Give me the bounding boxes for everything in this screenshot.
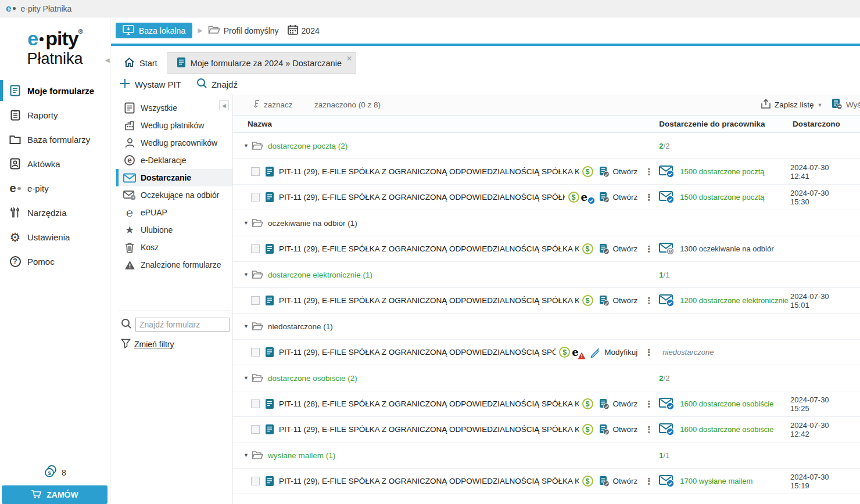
row-menu-icon[interactable]: ⋮ [644, 399, 653, 408]
filter-list: WszystkieWedług płatnikówWedług pracowni… [116, 95, 232, 273]
open-action-button[interactable]: Otwórz [599, 295, 638, 307]
row-menu-icon[interactable]: ⋮ [644, 425, 653, 434]
modify-action-button[interactable]: Modyfikuj [590, 347, 637, 358]
sidebar-item-akt-wka[interactable]: Aktówka [0, 152, 110, 176]
filter-item-dostarczanie[interactable]: Dostarczanie [116, 169, 232, 186]
group-row[interactable]: ▼dostarczone pocztą (2)2/2 [233, 133, 860, 159]
send-button[interactable]: Wyślij [832, 95, 860, 115]
tab-current[interactable]: Moje formularze za 2024 » Dostarczanie ✕ [167, 52, 356, 74]
column-delivered[interactable]: Dostarczono [790, 120, 860, 128]
tab-start[interactable]: Start [114, 52, 167, 74]
sidebar-item-narz-dzia[interactable]: Narzędzia [0, 200, 110, 225]
group-expander-icon[interactable]: ▼ [243, 220, 252, 226]
filter-item-wed-ug-pracownik-w[interactable]: Według pracowników [116, 134, 232, 152]
delivered-envelope-icon [659, 423, 675, 436]
group-expander-icon[interactable]: ▼ [243, 375, 252, 381]
row-checkbox[interactable] [251, 477, 260, 485]
group-row[interactable]: ▼niedostarczone (1) [233, 314, 860, 340]
row-menu-icon[interactable]: ⋮ [644, 244, 653, 253]
open-action-button[interactable]: Otwórz [599, 476, 638, 487]
group-row[interactable]: ▼oczekiwanie na odbiór (1) [233, 210, 860, 236]
group-label: oczekiwanie na odbiór (1) [268, 219, 357, 228]
save-list-button[interactable]: Zapisz listę ▼ [761, 95, 822, 115]
filter-item-ulubione[interactable]: ★Ulubione [116, 221, 232, 239]
open-action-button[interactable]: Otwórz [599, 398, 638, 410]
help-icon: ? [8, 254, 22, 268]
breadcrumb-profile[interactable]: Profil domyślny [208, 25, 279, 36]
document-icon [177, 57, 186, 70]
sidebar-item-baza-formularzy[interactable]: Baza formularzy [0, 127, 110, 152]
group-expander-icon[interactable]: ▼ [243, 272, 252, 278]
row-checkbox[interactable] [251, 296, 260, 305]
row-menu-icon[interactable]: ⋮ [644, 296, 653, 305]
row-checkbox[interactable] [251, 425, 260, 434]
form-row[interactable]: PIT-11 (29), E-FILE SPÓŁKA Z OGRANICZONĄ… [233, 469, 860, 494]
report-icon [8, 108, 22, 122]
filter-item-wed-ug-p-atnik-w[interactable]: Według płatników [116, 117, 232, 134]
cart-icon [31, 489, 42, 501]
filter-item-epuap[interactable]: ℮ePUAP [116, 204, 232, 221]
star-icon: ★ [123, 224, 136, 236]
open-action-button[interactable]: Otwórz [599, 243, 638, 255]
filter-item-label: Kosz [141, 243, 159, 252]
column-delivery[interactable]: Dostarczenie do pracownika [657, 120, 790, 128]
group-folder-icon [252, 270, 263, 279]
sidebar-item-e-pity[interactable]: ee-pity [0, 176, 110, 200]
group-row[interactable]: ▼dostarczone osobiście (2)2/2 [233, 365, 860, 391]
filter-item-znalezione-formularze[interactable]: Znalezione formularze [116, 256, 232, 273]
gear-icon: ⚙ [8, 230, 22, 244]
sidebar-collapse-icon[interactable]: ◀ [105, 57, 110, 63]
group-expander-icon[interactable]: ▼ [243, 452, 252, 458]
row-checkbox[interactable] [251, 348, 260, 357]
form-row[interactable]: PIT-11 (28), E-FILE SPÓŁKA Z OGRANICZONĄ… [233, 391, 860, 417]
row-checkbox[interactable] [251, 193, 260, 201]
row-menu-icon[interactable]: ⋮ [644, 348, 653, 357]
group-row[interactable]: ▼wysłane mailem (1)1/1 [233, 442, 860, 469]
row-checkbox[interactable] [251, 167, 260, 176]
form-row[interactable]: PIT-11 (29), E-FILE SPÓŁKA Z OGRANICZONĄ… [233, 417, 860, 442]
form-row[interactable]: PIT-11 (29), E-FILE SPÓŁKA Z OGRANICZONĄ… [233, 288, 860, 314]
filter-item-oczekuj-ce-na-odbi-r[interactable]: Oczekujące na odbiór [116, 186, 232, 204]
group-expander-icon[interactable]: ▼ [243, 323, 252, 329]
row-checkbox[interactable] [251, 399, 260, 408]
open-action-button[interactable]: Otwórz [599, 424, 638, 435]
sidebar-item-label: e-pity [27, 183, 49, 193]
group-row[interactable]: ▼dostarczone elektronicznie (1)1/1 [233, 262, 860, 288]
filter-item-wszystkie[interactable]: Wszystkie [116, 99, 232, 117]
row-menu-icon[interactable]: ⋮ [644, 193, 653, 201]
delivered-envelope-icon [659, 165, 675, 178]
form-row[interactable]: PIT-11 (29), E-FILE SPÓŁKA Z OGRANICZONĄ… [233, 159, 860, 185]
change-filters-link[interactable]: Zmień filtry [121, 339, 174, 350]
sidebar-item-pomoc[interactable]: ?Pomoc [0, 249, 110, 273]
open-action-button[interactable]: Otwórz [599, 166, 638, 178]
column-name[interactable]: Nazwa [233, 120, 657, 128]
filter-item-kosz[interactable]: Kosz [116, 239, 232, 256]
action-label: Otwórz [613, 193, 638, 201]
row-menu-icon[interactable]: ⋮ [644, 477, 653, 485]
row-menu-icon[interactable]: ⋮ [644, 167, 653, 176]
tab-current-label: Moje formularze za 2024 » Dostarczanie [191, 59, 342, 68]
open-action-button[interactable]: Otwórz [599, 192, 638, 203]
filter-item-label: Według płatników [141, 121, 204, 130]
order-button[interactable]: ZAMÓW [2, 485, 107, 504]
action-label: Otwórz [613, 477, 638, 485]
form-row[interactable]: PIT-11 (29), E-FILE SPÓŁKA Z OGRANICZONĄ… [233, 185, 860, 210]
form-row[interactable]: PIT-11 (29), E-FILE SPÓŁKA Z OGRANICZONĄ… [233, 340, 860, 365]
breadcrumb-year[interactable]: 2024 [288, 24, 320, 37]
tab-close-icon[interactable]: ✕ [346, 55, 352, 63]
sidebar-item-raporty[interactable]: Raporty [0, 103, 110, 127]
select-all-button[interactable]: zaznacz [253, 95, 293, 115]
sidebar-item-ustawienia[interactable]: ⚙Ustawienia [0, 225, 110, 249]
database-button[interactable]: Baza lokalna [116, 23, 192, 38]
find-form-input[interactable] [135, 318, 230, 332]
sidebar-item-moje-formularze[interactable]: Moje formularze [0, 78, 110, 103]
find-label: Znajdź [212, 80, 238, 89]
profile-label: Profil domyślny [224, 26, 279, 35]
find-button[interactable]: Znajdź [196, 78, 238, 91]
new-pit-button[interactable]: Wystaw PIT [119, 78, 181, 91]
select-all-label: zaznacz [264, 100, 293, 109]
group-expander-icon[interactable]: ▼ [243, 143, 252, 149]
filter-item-e-deklaracje[interactable]: ee-Deklaracje [116, 152, 232, 169]
row-checkbox[interactable] [251, 244, 260, 253]
form-row[interactable]: PIT-11 (29), E-FILE SPÓŁKA Z OGRANICZONĄ… [233, 236, 860, 262]
